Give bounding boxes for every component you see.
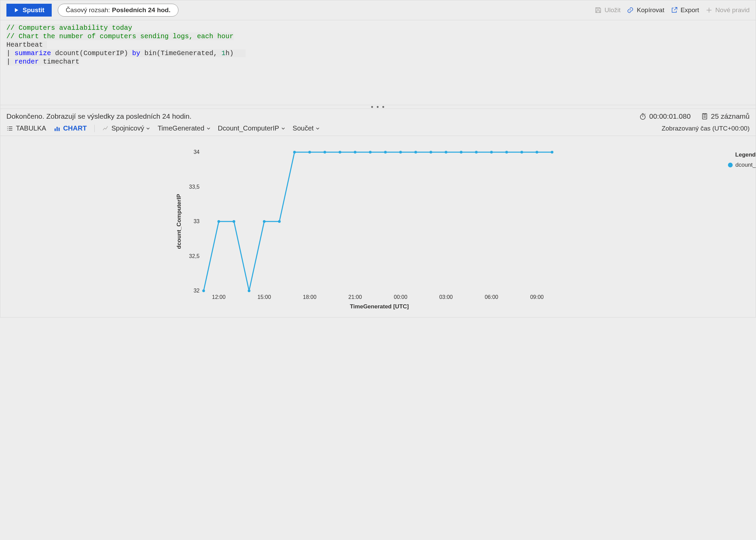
- chart-icon: [54, 125, 60, 132]
- save-button: Uložit: [594, 6, 621, 14]
- svg-text:21:00: 21:00: [348, 294, 362, 300]
- chart-area: 3232,53333,534dcount_ComputerIP12:0015:0…: [0, 136, 756, 317]
- svg-point-43: [551, 151, 554, 154]
- save-icon: [594, 6, 602, 14]
- svg-text:dcount_ComputerIP: dcount_ComputerIP: [176, 194, 182, 249]
- svg-point-33: [399, 151, 402, 154]
- svg-text:32: 32: [194, 288, 200, 294]
- svg-point-38: [475, 151, 478, 154]
- editor-line-2: // Chart the number of computers sending…: [6, 32, 234, 40]
- svg-text:18:00: 18:00: [303, 294, 316, 300]
- export-button[interactable]: Export: [670, 6, 699, 14]
- link-icon: [627, 6, 634, 14]
- export-label: Export: [681, 6, 699, 14]
- svg-point-27: [308, 151, 311, 154]
- svg-point-22: [233, 220, 235, 223]
- svg-text:06:00: 06:00: [485, 294, 498, 300]
- chart-type-dropdown[interactable]: Spojnicový: [102, 124, 150, 132]
- legend-title: Legend: [728, 151, 756, 158]
- svg-point-23: [248, 289, 250, 292]
- svg-text:00:00: 00:00: [394, 294, 407, 300]
- plus-icon: [705, 6, 713, 14]
- divider: [94, 125, 95, 132]
- legend-color-dot: [728, 163, 733, 167]
- svg-text:33,5: 33,5: [189, 184, 199, 190]
- chevron-down-icon: [206, 126, 211, 131]
- query-editor[interactable]: // Computers availability today // Chart…: [0, 20, 756, 105]
- records-icon: [701, 113, 708, 120]
- svg-point-41: [520, 151, 523, 154]
- svg-rect-2: [54, 128, 55, 131]
- pane-splitter[interactable]: • • •: [0, 105, 756, 109]
- svg-point-39: [490, 151, 493, 154]
- svg-rect-3: [56, 127, 57, 131]
- svg-point-37: [460, 151, 463, 154]
- svg-text:03:00: 03:00: [439, 294, 453, 300]
- chart-legend: Legend dcount_Compu: [725, 142, 756, 311]
- y-field-dropdown[interactable]: Dcount_ComputerIP: [218, 124, 285, 132]
- status-bar: Dokončeno. Zobrazují se výsledky za posl…: [0, 109, 756, 123]
- duration-value: 00:00:01.080: [649, 112, 691, 120]
- svg-point-32: [384, 151, 387, 154]
- agg-dropdown[interactable]: Součet: [293, 124, 320, 132]
- svg-point-24: [263, 220, 266, 223]
- agg-value: Součet: [293, 124, 314, 132]
- svg-point-25: [278, 220, 281, 223]
- time-range-label: Časový rozsah:: [66, 6, 110, 14]
- line-chart: 3232,53333,534dcount_ComputerIP12:0015:0…: [6, 142, 725, 311]
- svg-point-28: [323, 151, 326, 154]
- svg-point-26: [293, 151, 296, 154]
- svg-point-29: [339, 151, 341, 154]
- tab-chart-label: CHART: [63, 124, 87, 132]
- svg-point-36: [445, 151, 447, 154]
- y-field-value: Dcount_ComputerIP: [218, 124, 279, 132]
- toolbar: Spustit Časový rozsah: Posledních 24 hod…: [0, 0, 756, 20]
- svg-point-30: [354, 151, 357, 154]
- copy-button[interactable]: Kopírovat: [627, 6, 664, 14]
- tab-table-label: TABULKA: [16, 124, 46, 132]
- svg-text:15:00: 15:00: [258, 294, 271, 300]
- legend-item[interactable]: dcount_Compu: [728, 162, 756, 168]
- run-label: Spustit: [23, 6, 44, 14]
- editor-table: Heartbeat: [6, 41, 43, 49]
- x-field-value: TimeGenerated: [157, 124, 204, 132]
- svg-rect-4: [58, 127, 59, 131]
- export-icon: [670, 6, 678, 14]
- chevron-down-icon: [281, 126, 285, 131]
- new-rule-label: Nové pravid: [715, 6, 750, 14]
- svg-text:34: 34: [194, 149, 200, 155]
- line-chart-icon: [102, 125, 109, 132]
- stopwatch-icon: [639, 113, 647, 120]
- legend-series-label: dcount_Compu: [735, 162, 756, 168]
- chevron-down-icon: [316, 126, 320, 131]
- svg-point-40: [505, 151, 508, 154]
- chart-type-value: Spojnicový: [112, 124, 144, 132]
- chevron-down-icon: [146, 126, 150, 131]
- svg-text:32,5: 32,5: [189, 253, 199, 259]
- save-label: Uložit: [605, 6, 621, 14]
- records-value: 25 záznamů: [711, 112, 750, 120]
- x-field-dropdown[interactable]: TimeGenerated: [157, 124, 210, 132]
- new-rule-button: Nové pravid: [705, 6, 750, 14]
- svg-text:33: 33: [194, 218, 200, 224]
- svg-point-21: [217, 220, 220, 223]
- tab-table[interactable]: TABULKA: [6, 124, 46, 132]
- svg-point-31: [369, 151, 372, 154]
- run-button[interactable]: Spustit: [6, 4, 52, 17]
- svg-point-34: [414, 151, 417, 154]
- status-message: Dokončeno. Zobrazují se výsledky za posl…: [6, 112, 192, 120]
- time-range-value: Posledních 24 hod.: [112, 6, 170, 14]
- duration-stat: 00:00:01.080: [639, 112, 691, 120]
- timezone-label[interactable]: Zobrazovaný čas (UTC+00:00): [662, 125, 750, 132]
- svg-point-35: [430, 151, 432, 154]
- time-range-picker[interactable]: Časový rozsah: Posledních 24 hod.: [58, 4, 178, 17]
- svg-text:09:00: 09:00: [530, 294, 544, 300]
- svg-point-42: [536, 151, 538, 154]
- svg-text:TimeGenerated [UTC]: TimeGenerated [UTC]: [350, 303, 409, 310]
- table-icon: [6, 125, 13, 132]
- tab-chart[interactable]: CHART: [54, 124, 87, 132]
- svg-point-20: [202, 289, 205, 292]
- play-icon: [14, 7, 19, 13]
- svg-text:12:00: 12:00: [212, 294, 225, 300]
- records-stat: 25 záznamů: [701, 112, 750, 120]
